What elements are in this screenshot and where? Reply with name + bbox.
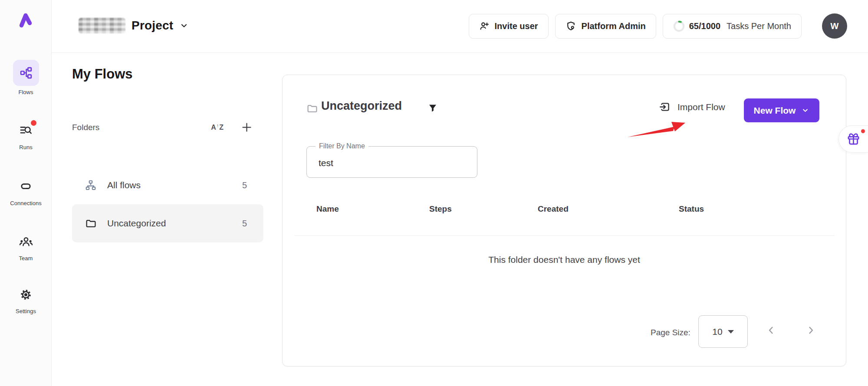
folder-item-count: 5 (242, 180, 247, 190)
column-header-steps: Steps (429, 204, 452, 214)
page-size-select[interactable]: 10 (698, 315, 748, 348)
previous-page-button[interactable] (765, 324, 777, 336)
sidebar-item-team[interactable]: Team (0, 234, 52, 262)
new-flow-button[interactable]: New Flow (744, 98, 819, 122)
funnel-icon (427, 103, 438, 113)
folder-item-all-flows[interactable]: All flows 5 (72, 166, 263, 204)
app-root: Flows Runs Connections (0, 0, 868, 386)
import-flow-button[interactable]: Import Flow (659, 101, 725, 113)
chevron-down-icon (179, 21, 189, 30)
filter-funnel-button[interactable] (426, 101, 440, 115)
filter-field-label: Filter By Name (316, 142, 368, 150)
invite-user-button[interactable]: Invite user (469, 14, 549, 39)
card-folder-title: Uncategorized (321, 99, 402, 113)
notification-dot (861, 129, 865, 133)
invite-user-label: Invite user (495, 21, 538, 31)
sidebar-item-label: Settings (16, 308, 36, 314)
filter-by-name-field: Filter By Name (306, 146, 477, 178)
chevron-right-icon (805, 324, 817, 336)
platform-admin-label: Platform Admin (582, 21, 646, 31)
sidebar-item-label: Team (19, 255, 33, 262)
notification-dot (31, 120, 36, 126)
chevron-down-icon (801, 106, 809, 114)
empty-state-text: This folder doesn't have any flows yet (283, 255, 846, 265)
folder-item-label: All flows (107, 180, 242, 190)
tasks-count: 65/1000 (689, 21, 720, 31)
plus-icon (241, 121, 253, 133)
next-page-button[interactable] (805, 324, 817, 336)
import-flow-label: Import Flow (677, 102, 725, 112)
gift-rewards-button[interactable] (838, 125, 868, 153)
runs-search-icon (19, 123, 33, 137)
dropdown-triangle-icon (728, 330, 734, 334)
import-icon (659, 101, 671, 113)
folder-item-uncategorized[interactable]: Uncategorized 5 (72, 204, 263, 242)
team-icon (19, 234, 33, 249)
project-switcher[interactable]: Project (79, 12, 189, 39)
top-header: Project Invite user (52, 0, 868, 53)
avatar[interactable]: W (822, 13, 847, 39)
filter-by-name-input[interactable] (307, 147, 477, 177)
hierarchy-icon (85, 180, 96, 191)
sidebar: Flows Runs Connections (0, 0, 52, 386)
column-header-created: Created (538, 204, 569, 214)
sort-az-button[interactable]: A↑Z (209, 122, 225, 133)
progress-ring-icon (673, 20, 685, 32)
activepieces-logo-icon[interactable] (16, 11, 35, 29)
table-divider (295, 236, 835, 236)
project-name: Project (132, 19, 173, 33)
page-title: My Flows (72, 66, 133, 82)
link-icon (19, 179, 33, 193)
user-plus-icon (479, 21, 490, 31)
flows-card: Uncategorized Import Flow New Flow Filte (282, 75, 846, 366)
sidebar-item-settings[interactable]: Settings (0, 287, 52, 314)
column-header-status: Status (679, 204, 704, 214)
sidebar-item-label: Connections (10, 200, 41, 206)
new-flow-label: New Flow (754, 105, 796, 116)
platform-admin-button[interactable]: Platform Admin (555, 14, 656, 39)
sidebar-item-runs[interactable]: Runs (0, 123, 52, 150)
workflow-icon (19, 65, 33, 80)
add-folder-button[interactable] (239, 120, 254, 135)
project-name-redacted (79, 18, 125, 33)
tasks-usage-badge[interactable]: 65/1000 Tasks Per Month (663, 14, 802, 39)
folder-item-count: 5 (242, 219, 247, 229)
shield-icon (566, 21, 576, 32)
page-size-label: Page Size: (651, 328, 690, 337)
chevron-left-icon (765, 324, 777, 336)
sidebar-item-flows[interactable]: Flows (0, 60, 52, 95)
tasks-label: Tasks Per Month (727, 21, 791, 31)
gift-icon (847, 132, 860, 146)
sort-az-icon: A↑Z (211, 124, 224, 131)
folders-header: Folders A↑Z (72, 120, 254, 135)
gear-icon (19, 287, 33, 302)
folders-heading: Folders (72, 123, 209, 132)
column-header-name: Name (316, 204, 339, 214)
page-size-value: 10 (712, 327, 722, 337)
folder-item-label: Uncategorized (107, 218, 242, 229)
folder-list: All flows 5 Uncategorized 5 (72, 166, 263, 242)
folder-icon (85, 218, 96, 229)
sidebar-item-connections[interactable]: Connections (0, 179, 52, 206)
sidebar-item-label: Runs (19, 144, 32, 150)
sidebar-item-label: Flows (19, 89, 33, 95)
folder-icon (306, 103, 317, 114)
